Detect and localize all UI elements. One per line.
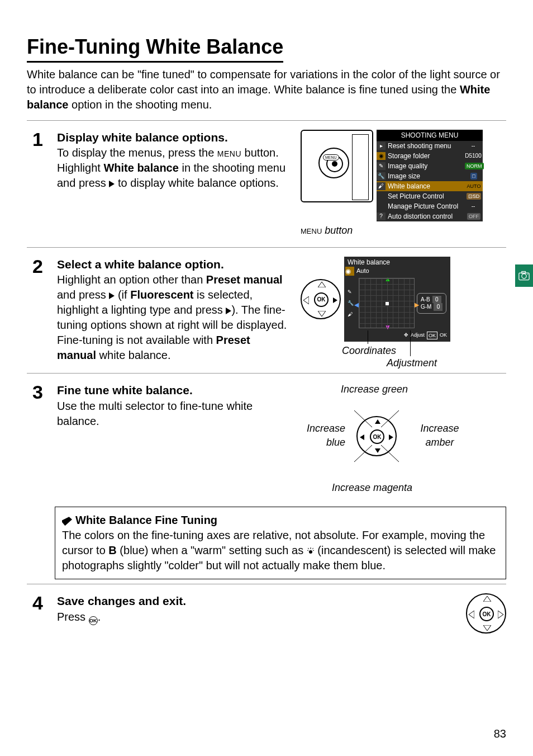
increase-green-label: Increase green <box>341 382 408 396</box>
wb-title: White balance <box>345 258 449 267</box>
t: MENU <box>301 225 322 236</box>
gm-label: G-M <box>421 303 431 311</box>
divider <box>27 584 506 584</box>
t: (if <box>115 289 130 301</box>
svg-marker-15 <box>469 611 474 618</box>
mv: NORM <box>465 163 484 169</box>
step-title: Display white balance options. <box>57 130 292 145</box>
mi: Image quality <box>386 162 464 171</box>
ok-label: OK <box>314 292 329 307</box>
svg-marker-16 <box>498 611 503 618</box>
step-3: 3 Fine tune white balance. Use the multi… <box>27 378 506 500</box>
mi: Storage folder <box>386 152 464 160</box>
svg-point-20 <box>527 274 529 275</box>
intro-post: option in the shooting menu. <box>68 98 212 111</box>
ab-value: 0 <box>432 296 441 304</box>
right-arrow-icon <box>109 292 115 299</box>
svg-marker-1 <box>318 311 326 316</box>
intro-text: White balance can be "fine tuned" to com… <box>27 67 506 112</box>
axis-diagram: Increase green Increase magenta Increase… <box>301 382 457 494</box>
svg-line-6 <box>381 445 399 462</box>
right-arrow-icon <box>226 308 231 314</box>
mi: Auto distortion control <box>386 212 464 221</box>
increase-blue-label: Increaseblue <box>295 422 345 449</box>
incandescent-icon <box>307 547 315 555</box>
menu-title: SHOOTING MENU <box>377 130 483 141</box>
mv: AUTO <box>465 183 483 190</box>
step-title: Save changes and exit. <box>57 593 370 609</box>
divider <box>27 247 506 248</box>
svg-marker-0 <box>318 282 326 287</box>
note-title: White Balance Fine Tuning <box>62 513 499 528</box>
step-body: Highlight an option other than Preset ma… <box>57 272 292 363</box>
page-title: Fine-Tuning White Balance <box>27 34 283 63</box>
step-number: 1 <box>32 130 48 149</box>
step-number: 2 <box>32 257 48 276</box>
mv: ⊡SD <box>467 193 482 200</box>
t: Highlight an option other than <box>57 273 206 286</box>
gm-value: 0 <box>434 303 442 311</box>
ok-label: OK <box>440 332 447 339</box>
svg-rect-19 <box>522 272 526 273</box>
svg-line-4 <box>381 410 399 427</box>
t: Preset manual <box>206 273 283 286</box>
left-icon <box>303 296 309 304</box>
step-number: 3 <box>32 382 48 401</box>
svg-line-9 <box>307 550 308 551</box>
menu-glyph: MENU <box>217 147 241 159</box>
svg-line-12 <box>312 548 313 549</box>
step-1: 1 Display white balance options. To disp… <box>27 125 506 243</box>
multi-selector-icon: OK <box>301 279 341 319</box>
t: button <box>322 225 353 236</box>
note-body: The colors on the fine-tuning axes are r… <box>62 528 499 573</box>
step-2: 2 Select a white balance option. Highlig… <box>27 252 506 368</box>
mi: Image size <box>386 172 464 181</box>
divider <box>27 120 506 121</box>
increase-amber-label: Increaseamber <box>415 422 465 449</box>
mv: -- <box>464 142 483 150</box>
ab-label: A-B <box>421 296 430 304</box>
step-body: Press OK. <box>57 609 370 625</box>
mv: □ <box>470 173 477 179</box>
mi: White balance <box>386 182 464 191</box>
pencil-icon <box>62 517 72 526</box>
t: B <box>108 544 116 556</box>
svg-point-18 <box>522 274 526 278</box>
note-box: White Balance Fine Tuning The colors on … <box>55 507 506 579</box>
step-body: To display the menus, press the MENU but… <box>57 145 292 191</box>
mv: OFF <box>467 213 480 220</box>
mv: D5100 <box>464 152 483 160</box>
svg-marker-14 <box>483 625 491 631</box>
t: to display white balance options. <box>115 177 279 189</box>
shooting-menu-screenshot: SHOOTING MENU ▸Reset shooting menu-- ◉St… <box>377 130 483 221</box>
right-icon <box>333 297 337 303</box>
mv: -- <box>464 202 483 210</box>
t: white balance. <box>96 349 170 361</box>
right-arrow-icon <box>109 181 115 187</box>
t: and press <box>57 289 109 301</box>
t: Press <box>57 611 89 623</box>
mi: Reset shooting menu <box>386 141 464 150</box>
mi: Set Picture Control <box>386 192 464 201</box>
side-tab-camera-icon <box>515 264 533 287</box>
t: To display the menus, press the <box>57 147 217 159</box>
increase-magenta-label: Increase magenta <box>332 481 412 494</box>
menu-button-label: MENU <box>323 154 339 160</box>
step-body: Use the multi selector to fine-tune whit… <box>57 399 292 429</box>
step-title: Fine tune white balance. <box>57 382 292 398</box>
step-title: Select a white balance option. <box>57 257 292 272</box>
menu-button-caption: MENU button <box>301 224 353 237</box>
down-icon <box>318 311 326 316</box>
adjust-label: Adjust <box>411 332 425 339</box>
diagonal-lines <box>343 399 410 472</box>
svg-line-5 <box>354 445 372 462</box>
ok-label: OK <box>479 607 494 621</box>
page-number: 83 <box>494 726 506 741</box>
camera-back-illustration: MENU <box>301 130 373 202</box>
svg-point-7 <box>309 550 312 554</box>
svg-marker-13 <box>483 596 491 602</box>
svg-line-11 <box>308 548 309 549</box>
mi: Manage Picture Control <box>386 202 464 211</box>
multi-selector-icon: OK <box>466 593 506 634</box>
ok-button-icon: OK <box>89 616 98 625</box>
